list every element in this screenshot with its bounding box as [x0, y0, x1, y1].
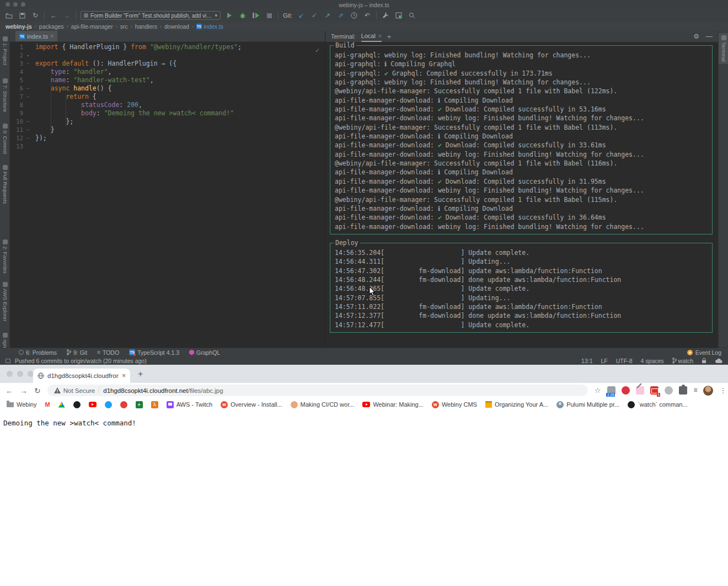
browser-forward-icon[interactable]: → — [20, 386, 28, 395]
file-encoding[interactable]: UTF-8 — [616, 358, 633, 364]
save-icon[interactable] — [18, 11, 26, 20]
terminal-tab-local[interactable]: Local × — [361, 31, 382, 42]
line-separator[interactable]: LF — [601, 358, 608, 364]
bookmark-item[interactable]: AWS - Twitch — [167, 401, 212, 408]
debug-button[interactable] — [238, 11, 247, 20]
tool-strip-item[interactable]: 1: Project — [0, 36, 10, 65]
run-button[interactable] — [225, 11, 234, 20]
zoom-window-icon[interactable] — [21, 2, 25, 7]
tool-window-button[interactable]: 6: Problems — [19, 349, 57, 356]
tool-strip-item[interactable]: npm — [0, 333, 10, 349]
wrench-icon[interactable] — [381, 11, 390, 20]
fold-marker-icon[interactable]: − — [23, 60, 33, 68]
terminal-body[interactable]: Build api-graphql: webiny log: Finished … — [325, 42, 718, 348]
browser-reload-icon[interactable]: ↻ — [34, 386, 41, 395]
close-window-icon[interactable] — [6, 2, 10, 7]
tool-strip-item[interactable]: AWS Explorer — [0, 282, 10, 321]
new-tab-button[interactable]: + — [138, 369, 143, 379]
color-picker-extension-icon[interactable] — [636, 386, 644, 395]
terminal-settings-gear-icon[interactable]: ⚙ — [693, 33, 699, 40]
bookmark-item[interactable]: Making CI/CD wor... — [291, 401, 355, 408]
cloud-settings-icon[interactable] — [715, 358, 722, 364]
git-fetch-icon[interactable]: ⇗ — [336, 11, 345, 20]
bookmark-item[interactable]: M — [45, 401, 50, 408]
code-line[interactable]: 9 body: "Demoing the new >watch< command… — [10, 109, 325, 118]
fold-marker-icon[interactable]: − — [23, 134, 33, 142]
address-bar[interactable]: Not Secure d1hgd8csopkt4i.cloudfront.net… — [47, 385, 588, 396]
bookmark-item[interactable]: wOverview - Install... — [221, 401, 282, 408]
profile-avatar[interactable] — [703, 386, 713, 396]
minimize-window-icon[interactable] — [13, 2, 18, 7]
bookmark-item[interactable]: Webinar: Making... — [362, 401, 424, 408]
event-log-button[interactable]: Event Log — [687, 349, 728, 356]
bookmark-item[interactable]: Pulumi Multiple pr... — [556, 401, 619, 408]
breadcrumb-item[interactable]: webiny-js — [6, 23, 32, 30]
breadcrumb-item[interactable]: handlers — [135, 23, 157, 30]
tool-windows-icon[interactable] — [394, 11, 403, 20]
git-commit-icon[interactable]: ✓ — [310, 11, 319, 20]
fold-marker-icon[interactable]: − — [23, 84, 33, 93]
extensions-puzzle-icon[interactable] — [679, 386, 687, 395]
tool-window-button[interactable]: GraphQL — [189, 349, 220, 356]
bookmark-item[interactable] — [120, 401, 127, 408]
open-folder-icon[interactable] — [4, 11, 13, 20]
code-line[interactable]: 11− } — [10, 126, 325, 134]
breadcrumb-item[interactable]: download — [164, 23, 189, 30]
close-tab-icon[interactable]: × — [122, 372, 126, 380]
tool-window-button[interactable]: TSTypeScript 4.1.3 — [129, 349, 179, 356]
forward-icon[interactable]: → — [62, 11, 71, 20]
git-branch-widget[interactable]: watch — [672, 358, 693, 364]
window-controls[interactable] — [6, 2, 25, 7]
minimize-terminal-icon[interactable]: — — [706, 33, 713, 40]
code-line[interactable]: 7− return { — [10, 93, 325, 101]
code-line[interactable]: 12−}); — [10, 134, 325, 142]
back-icon[interactable]: ← — [49, 11, 58, 20]
run-with-coverage-button[interactable] — [251, 11, 260, 20]
breadcrumb-item[interactable]: TSindex.ts — [196, 23, 223, 30]
git-update-icon[interactable]: ↙ — [297, 11, 306, 20]
code-line[interactable]: 4 type: "handler", — [10, 68, 325, 76]
bookmark-item[interactable]: wWebiny CMS — [432, 401, 477, 408]
close-terminal-tab-icon[interactable]: × — [378, 33, 382, 39]
fold-marker-icon[interactable]: − — [23, 118, 33, 126]
tool-strip-item[interactable]: Pull Requests — [0, 165, 10, 204]
bookmark-item[interactable] — [89, 402, 97, 407]
code-line[interactable]: 13 — [10, 142, 325, 151]
tool-strip-item[interactable]: 7: Structure — [0, 78, 10, 112]
fold-marker-icon[interactable]: − — [23, 93, 33, 101]
history-clock-icon[interactable] — [350, 11, 358, 20]
gray-extension-icon[interactable] — [665, 386, 673, 395]
editor-tab-index-ts[interactable]: TS index.ts × — [15, 31, 57, 41]
stop-button[interactable] — [265, 11, 274, 20]
media-list-icon[interactable]: ≡ — [693, 386, 697, 395]
bookmark-item[interactable] — [58, 402, 65, 408]
tool-strip-item[interactable]: 0: Commit — [0, 124, 10, 154]
rollback-icon[interactable]: ↶ — [363, 11, 372, 20]
bookmark-item[interactable]: `watch` comman... — [628, 401, 687, 408]
browser-tab[interactable]: d1hgd8csopkt4i.cloudfront.ne × — [33, 369, 130, 383]
tool-window-button[interactable]: 9: Git — [67, 349, 87, 356]
code-line[interactable]: 1import { HandlerPlugin } from "@webiny/… — [10, 43, 325, 51]
browser-back-icon[interactable]: ← — [6, 386, 13, 395]
mail-extension-icon[interactable]: 5 — [650, 386, 659, 395]
tool-strip-item-terminal[interactable]: Terminal — [719, 33, 728, 64]
close-tab-icon[interactable]: × — [50, 33, 53, 39]
bookmark-item[interactable]: λ — [151, 401, 158, 408]
code-line[interactable]: 8 statusCode: 200, — [10, 101, 325, 109]
browser-menu-icon[interactable]: ⋮ — [719, 386, 726, 395]
search-everywhere-icon[interactable] — [408, 11, 416, 20]
inspection-ok-icon[interactable]: ✓ — [315, 46, 319, 55]
run-configuration-select[interactable]: Form Builder "Form" Test.should publish,… — [81, 11, 221, 20]
bookmark-item[interactable] — [105, 401, 112, 408]
scale-extension-icon[interactable]: 2.26 — [607, 386, 615, 395]
minimize-window-icon[interactable] — [17, 371, 23, 377]
breadcrumb-item[interactable]: api-file-manager — [71, 23, 113, 30]
bookmark-star-icon[interactable]: ☆ — [595, 386, 601, 395]
tool-window-button[interactable]: ≡TODO — [97, 349, 119, 356]
caret-position[interactable]: 13:1 — [581, 358, 592, 364]
breadcrumb-item[interactable]: src — [120, 23, 128, 30]
blocker-extension-icon[interactable] — [622, 386, 630, 395]
breadcrumb-item[interactable]: packages — [39, 23, 64, 30]
fold-marker-icon[interactable]: ▸ — [23, 51, 33, 60]
git-push-icon[interactable]: ↗ — [323, 11, 332, 20]
